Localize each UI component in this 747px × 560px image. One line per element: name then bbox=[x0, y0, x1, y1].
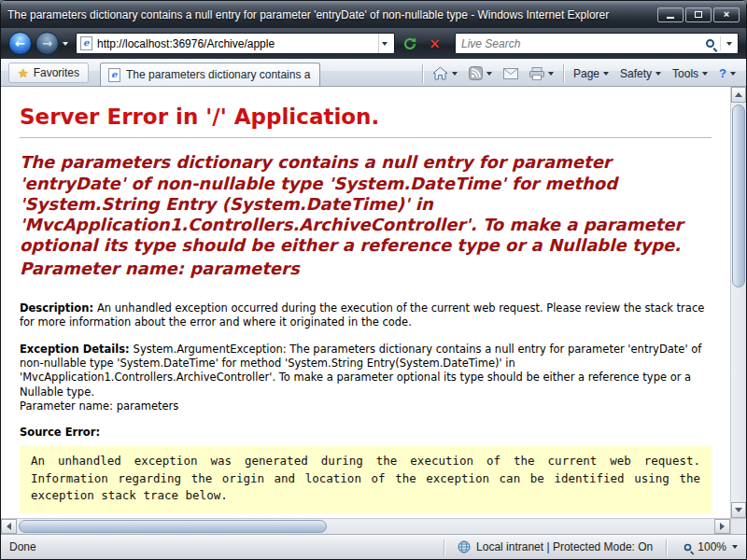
horizontal-scroll-thumb[interactable] bbox=[19, 520, 327, 533]
chevron-down-icon bbox=[382, 42, 388, 46]
forward-arrow-icon: → bbox=[42, 36, 52, 50]
favorites-button[interactable]: ★ Favorites bbox=[8, 63, 89, 83]
back-arrow-icon: ← bbox=[15, 36, 25, 50]
vertical-scroll-thumb[interactable] bbox=[732, 105, 745, 287]
command-bar-buttons: Page Safety Tools ? bbox=[419, 63, 740, 86]
ie-e-icon: e bbox=[111, 70, 117, 79]
source-error-line: Information regarding the origin and loc… bbox=[31, 470, 700, 487]
arrow-right-icon bbox=[720, 523, 725, 530]
search-options-dropdown[interactable] bbox=[726, 42, 732, 46]
minimize-icon bbox=[667, 17, 674, 19]
page-title: Server Error in '/' Application. bbox=[20, 105, 712, 129]
tools-menu-button[interactable]: Tools bbox=[668, 64, 712, 83]
page-favicon-icon: e bbox=[80, 36, 92, 50]
vertical-scrollbar[interactable] bbox=[730, 87, 746, 518]
url-text[interactable]: http://localhost:36976/Archive/apple bbox=[97, 37, 374, 50]
zoom-level: 100% bbox=[698, 540, 726, 553]
horizontal-scroll-track[interactable] bbox=[17, 519, 714, 534]
feeds-icon bbox=[469, 66, 483, 80]
print-button[interactable] bbox=[525, 64, 558, 83]
address-bar[interactable]: e http://localhost:36976/Archive/apple bbox=[76, 33, 395, 54]
separator bbox=[444, 539, 444, 555]
separator bbox=[666, 539, 667, 555]
content-area: Server Error in '/' Application. The par… bbox=[1, 87, 746, 534]
source-error-line: An unhandled exception was generated dur… bbox=[31, 453, 700, 469]
status-text: Done bbox=[9, 540, 36, 553]
scroll-down-button[interactable] bbox=[731, 502, 746, 518]
command-bar: ★ Favorites e The parameters dictionary … bbox=[1, 59, 746, 87]
refresh-icon bbox=[402, 36, 417, 51]
mail-icon bbox=[503, 68, 518, 79]
scrollbar-corner bbox=[730, 518, 746, 534]
back-button[interactable]: ← bbox=[8, 32, 32, 55]
error-message: The parameters dictionary contains a nul… bbox=[20, 152, 712, 279]
read-mail-button[interactable] bbox=[499, 65, 523, 82]
exception-paragraph: Exception Details:System.ArgumentExcepti… bbox=[20, 343, 712, 413]
refresh-button[interactable] bbox=[399, 33, 420, 54]
zoom-icon bbox=[684, 543, 692, 551]
safety-menu-button[interactable]: Safety bbox=[615, 64, 666, 83]
window-controls: × bbox=[657, 7, 740, 22]
tab-title: The parameters dictionary contains a ... bbox=[126, 68, 312, 81]
page-menu-label: Page bbox=[573, 67, 599, 80]
arrow-up-icon bbox=[735, 92, 742, 97]
address-history-dropdown[interactable] bbox=[378, 34, 390, 53]
search-separator bbox=[720, 36, 721, 50]
star-icon: ★ bbox=[18, 67, 29, 79]
help-menu-button[interactable]: ? bbox=[714, 63, 740, 83]
minimize-button[interactable] bbox=[657, 7, 684, 22]
search-icon[interactable] bbox=[706, 39, 714, 48]
source-error-label: Source Error: bbox=[20, 426, 100, 439]
description-label: Description: bbox=[20, 301, 93, 315]
zone-text: Local intranet | Protected Mode: On bbox=[476, 540, 653, 553]
ie-e-icon: e bbox=[83, 38, 89, 48]
arrow-down-icon bbox=[735, 508, 742, 512]
source-error-heading: Source Error: bbox=[20, 426, 712, 440]
maximize-button[interactable] bbox=[685, 7, 712, 22]
tools-menu-label: Tools bbox=[672, 67, 698, 80]
close-icon: × bbox=[724, 9, 729, 20]
separator bbox=[563, 64, 564, 83]
maximize-icon bbox=[695, 11, 702, 18]
home-button[interactable] bbox=[428, 63, 462, 83]
window-title: The parameters dictionary contains a nul… bbox=[7, 8, 650, 21]
search-placeholder[interactable]: Live Search bbox=[461, 37, 700, 50]
recent-pages-dropdown[interactable] bbox=[63, 42, 68, 46]
status-bar: Done Local intranet | Protected Mode: On… bbox=[1, 534, 746, 559]
close-button[interactable]: × bbox=[713, 7, 740, 22]
title-bar[interactable]: The parameters dictionary contains a nul… bbox=[1, 1, 746, 28]
chevron-down-icon bbox=[486, 72, 492, 76]
exception-parameter-text: Parameter name: parameters bbox=[20, 399, 712, 413]
horizontal-scrollbar[interactable] bbox=[1, 518, 730, 534]
chevron-down-icon bbox=[603, 72, 609, 76]
zoom-control[interactable]: 100% bbox=[674, 540, 738, 553]
scroll-right-button[interactable] bbox=[714, 519, 730, 534]
forward-button[interactable]: → bbox=[35, 32, 59, 55]
chevron-down-icon bbox=[655, 72, 661, 76]
stop-icon: × bbox=[429, 35, 441, 52]
browser-window: The parameters dictionary contains a nul… bbox=[0, 0, 747, 560]
separator bbox=[422, 64, 423, 83]
chevron-down-icon bbox=[702, 72, 708, 76]
vertical-scroll-track[interactable] bbox=[731, 103, 746, 502]
source-error-line: exception stack trace below. bbox=[31, 487, 700, 504]
search-box[interactable]: Live Search bbox=[455, 33, 739, 54]
zoom-dropdown-icon[interactable] bbox=[732, 545, 738, 549]
tab-active[interactable]: e The parameters dictionary contains a .… bbox=[100, 63, 320, 86]
chevron-down-icon bbox=[730, 72, 736, 76]
scroll-left-button[interactable] bbox=[1, 519, 17, 534]
exception-label: Exception Details: bbox=[20, 343, 130, 356]
feeds-button[interactable] bbox=[464, 63, 497, 83]
error-page: Server Error in '/' Application. The par… bbox=[1, 87, 730, 518]
chevron-down-icon bbox=[548, 72, 554, 76]
tab-favicon-icon: e bbox=[108, 68, 120, 82]
description-text: An unhandled exception occurred during t… bbox=[20, 301, 704, 329]
scroll-up-button[interactable] bbox=[731, 87, 746, 103]
globe-icon bbox=[458, 540, 471, 553]
page-menu-button[interactable]: Page bbox=[569, 64, 613, 83]
print-icon bbox=[529, 67, 544, 80]
favorites-label: Favorites bbox=[34, 66, 79, 79]
security-zone[interactable]: Local intranet | Protected Mode: On bbox=[452, 540, 658, 553]
stop-button[interactable]: × bbox=[424, 33, 445, 54]
help-icon: ? bbox=[719, 66, 726, 80]
